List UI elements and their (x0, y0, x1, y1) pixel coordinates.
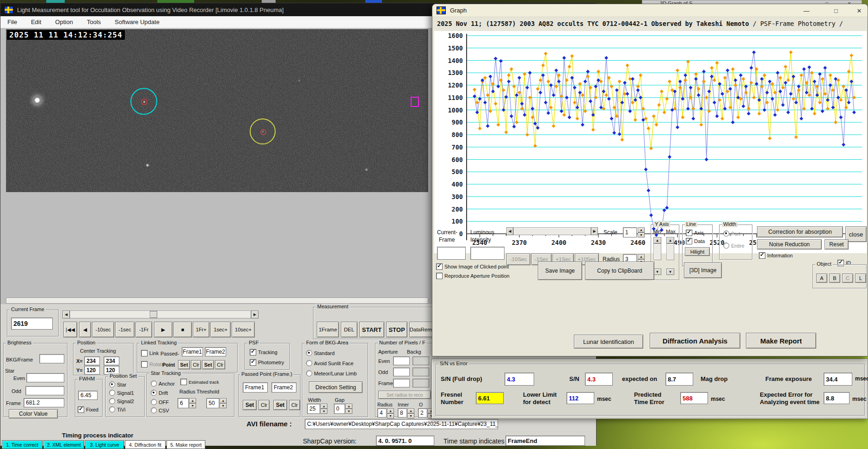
video-frame[interactable]: 2025 11 11 14:12:34:254 (6, 29, 428, 192)
ymax-up-icon[interactable]: ▲ (666, 237, 674, 243)
chart-scroll-left-icon[interactable]: ◀ (506, 227, 513, 235)
psf-tracking-checkbox[interactable]: Tracking (250, 349, 277, 355)
spin-down-icon[interactable]: ▼ (407, 413, 414, 418)
ymin-track[interactable] (653, 243, 661, 260)
menu-item-option[interactable]: Option (48, 19, 80, 25)
star-even-field[interactable] (26, 373, 64, 382)
copy-clipboard-button[interactable]: Copy to ClipBoard (585, 262, 654, 280)
menu-item-file[interactable]: File (0, 19, 24, 25)
transport-button-5[interactable]: ▶ (154, 322, 172, 337)
estimated-track-checkbox[interactable]: Estimated track (180, 379, 219, 385)
spin-down-icon[interactable]: ▼ (387, 413, 394, 418)
radio-off[interactable]: OFF (151, 399, 169, 405)
passed-frame2-field[interactable]: Frame2 (271, 382, 296, 393)
radio-signal1[interactable]: Signal1 (109, 390, 134, 396)
linked-set2-button[interactable]: Set (202, 360, 214, 369)
luminous-intensity-field[interactable] (470, 247, 505, 260)
passed-set2-button[interactable]: Set (273, 400, 287, 410)
transport-button-9[interactable]: 10sec+ (232, 322, 255, 337)
color-value-button[interactable]: Color Value (9, 409, 58, 418)
rotate-checkbox[interactable]: Rotate (141, 361, 164, 368)
minimize-icon[interactable]: — (799, 5, 814, 16)
ymax-track[interactable] (666, 243, 674, 260)
transport-button-1[interactable]: ◀ (79, 322, 91, 337)
menu-item-tools[interactable]: Tools (80, 19, 108, 25)
radio-standard[interactable]: Standard (306, 350, 335, 356)
bkg-frame-field[interactable] (39, 354, 64, 363)
timing-tab-2[interactable]: 2. XML element (43, 440, 84, 449)
star-odd-field[interactable] (25, 386, 64, 395)
y-center-field[interactable]: 120 (84, 366, 100, 374)
x-tracking-field[interactable]: 234 (104, 356, 119, 365)
step--10sec-button[interactable]: -10Sec (506, 253, 530, 265)
direction-setting-button[interactable]: Direction Setting (309, 381, 363, 393)
tracking-aperture-yellow[interactable] (250, 118, 276, 144)
predicted-error-field[interactable]: 588 (680, 392, 708, 404)
pixels-even-bkg-field[interactable] (412, 356, 429, 365)
object-l-button[interactable]: L (855, 274, 866, 283)
object-a-button[interactable]: A (816, 274, 827, 283)
scroll-right-icon[interactable]: ▶ (251, 311, 259, 318)
expected-error-field[interactable]: 8.8 (824, 392, 850, 404)
radio-avoid-sunlit[interactable]: Avoid Sunlit Face (306, 360, 353, 366)
light-curve-plot[interactable]: 0100200300400500600700800900100011001200… (434, 31, 867, 253)
spin-up-icon[interactable]: ▲ (387, 408, 394, 413)
radio-csv[interactable]: CSV (151, 407, 169, 413)
aperture-radius-field[interactable]: 4 (377, 408, 387, 418)
radio-entire[interactable]: Entire (723, 243, 745, 249)
line-data-checkbox[interactable]: Data (686, 238, 705, 244)
frame-exposure-field[interactable]: 34.4 (824, 373, 852, 386)
radio-drift[interactable]: Drift (151, 390, 168, 396)
current-frame-field[interactable]: 2619 (11, 318, 53, 330)
bkg-width-field[interactable]: 25 (307, 404, 320, 414)
ymax-down-icon[interactable]: ▼ (666, 268, 674, 275)
diffraction-analysis-button[interactable]: Diffraction Analysis (650, 333, 740, 349)
noise-reduction-button[interactable]: Noise Reduction (757, 239, 822, 249)
spin-up-icon[interactable]: ▲ (220, 398, 227, 403)
lunar-identification-button[interactable]: Lunar Identification (574, 335, 643, 349)
ymin-up-icon[interactable]: ▲ (653, 237, 661, 243)
transport-button-3[interactable]: -1sec (115, 322, 135, 337)
radio-part[interactable]: Part (723, 231, 740, 237)
timing-tab-4[interactable]: 4. Diffraction fit (125, 440, 166, 449)
set-radius-button[interactable]: Set radius to reco (378, 391, 431, 399)
frame-brightness-field[interactable]: 681.2 (24, 398, 64, 407)
sn-full-field[interactable]: 4.3 (505, 373, 534, 386)
transport-button-2[interactable]: -10sec (92, 322, 114, 337)
radio-anchor[interactable]: Anchor (151, 380, 175, 387)
passed-set1-button[interactable]: Set (243, 400, 257, 410)
linked-set1-button[interactable]: Set (178, 360, 190, 369)
object-c-button[interactable]: C (842, 274, 853, 283)
light-curve-chart[interactable]: 0100200300400500600700800900100011001200… (434, 31, 867, 253)
fwhm-fixed-checkbox[interactable]: Fixed (78, 406, 98, 413)
menu-item-software-update[interactable]: Software Update (108, 19, 166, 25)
linked-frame1-box[interactable]: Frame1 (182, 347, 203, 356)
passed-clr1-button[interactable]: Clr (259, 400, 270, 410)
reproduce-aperture-checkbox[interactable]: Reproduce Aperture Position (436, 273, 510, 279)
bkg-gap-field[interactable]: 0 (334, 404, 345, 414)
timing-tab-3[interactable]: 3. Light curve (85, 440, 124, 449)
measurement-stop-button[interactable]: STOP (386, 322, 407, 337)
transport-button-7[interactable]: 1Fr+ (193, 322, 209, 337)
expected-field[interactable]: 8.7 (665, 373, 693, 386)
pixels-odd-bkg-field[interactable] (412, 368, 429, 376)
show-image-checkbox[interactable]: Show Image of Clicked point (436, 263, 509, 270)
timestamp-mode-field[interactable]: FrameEnd (505, 436, 585, 446)
save-image-button[interactable]: Save Image (538, 262, 582, 280)
object-b-button[interactable]: B (829, 274, 840, 283)
image-3d-button[interactable]: [3D] Image (684, 262, 722, 278)
spin-down-icon[interactable]: ▼ (189, 403, 196, 408)
spin-up-icon[interactable]: ▲ (407, 408, 414, 413)
information-checkbox[interactable]: Information (759, 252, 793, 259)
spin-down-icon[interactable]: ▼ (220, 403, 227, 408)
correction-absorption-button[interactable]: Correction for absorption (757, 226, 843, 237)
gcurrent-frame-field[interactable] (437, 247, 466, 260)
radio-tivi[interactable]: TiVi (109, 406, 125, 412)
spin-up-icon[interactable]: ▲ (320, 404, 327, 409)
linked-clr1-button[interactable]: Clr (191, 360, 201, 369)
frame-scrollbar-thumb[interactable] (150, 311, 157, 318)
timing-tab-5[interactable]: 5. Make report (166, 440, 205, 449)
chart-scroll-right-icon[interactable]: ▶ (591, 227, 598, 235)
spin-up-icon[interactable]: ▲ (345, 404, 352, 409)
sharpcap-version-field[interactable]: 4. 0. 9571. 0 (376, 436, 434, 446)
